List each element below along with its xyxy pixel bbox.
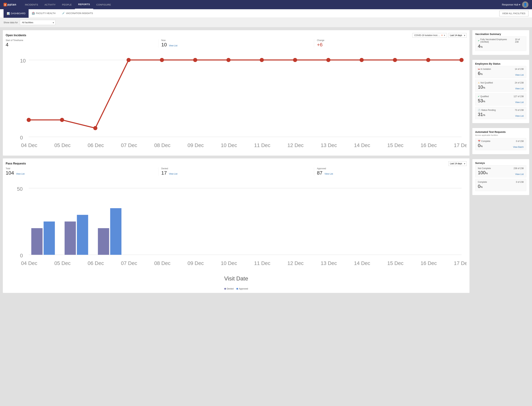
isolation-label: 🛏 In Isolation <box>478 68 491 70</box>
status-qualified: ✔ Qualified 127 of 238 53% View List <box>475 93 526 106</box>
fully-vaccinated-value: 4% <box>478 44 524 49</box>
total-view-list-link[interactable]: View List <box>16 173 25 175</box>
legend-denied-label: Denied <box>227 288 233 290</box>
pass-period-select-wrap: Last 14 days <box>448 161 467 166</box>
pass-requests-header: Pass Requests Last 14 days <box>6 161 467 166</box>
legend-approved: Approved <box>236 288 248 290</box>
view-batch-link[interactable]: View Batch <box>513 146 524 148</box>
line-dot-6 <box>226 58 230 62</box>
x-label-8: 12 Dec <box>287 142 303 148</box>
line-dot-7 <box>260 58 264 62</box>
nav-reports[interactable]: REPORTS <box>75 0 93 9</box>
incident-type-filter[interactable]: COVID-19 Isolation Incic ... ✕ ▾ <box>412 33 447 38</box>
stat-denied: Denied 17 View List <box>161 167 311 176</box>
survey-not-complete-view-list[interactable]: View List <box>515 173 524 175</box>
x-label-12: 16 Dec <box>420 142 437 148</box>
bar-y-0: 0 <box>20 253 23 258</box>
vaccination-summary-card: Vaccination Summary ✔ Fully Vaccinated E… <box>472 30 529 55</box>
y-label-10: 10 <box>20 58 26 64</box>
test-complete-metric: 📅 Complete 0 of 158 0% View Batch <box>475 138 526 150</box>
stat-divider-1 <box>158 39 158 48</box>
tab-facility-health[interactable]: 🏥 FACILITY HEALTH <box>29 9 59 18</box>
automated-test-subtitle: Across applicable facilities <box>475 134 526 136</box>
now-view-list-link[interactable]: View List <box>169 44 177 47</box>
status-not-qualified: ⚠ Not Qualified 24 of 238 10% View List <box>475 80 526 92</box>
open-incidents-title: Open Incidents <box>6 34 26 37</box>
sub-navigation: 📊 DASHBOARD 🏥 FACILITY HEALTH 💉 VACCINAT… <box>0 9 532 18</box>
open-incidents-period-select[interactable]: Last 14 days <box>448 33 467 38</box>
qualified-view-list[interactable]: View List <box>515 101 524 103</box>
x-label-13: 17 Dec <box>454 142 467 148</box>
left-panel: Open Incidents COVID-19 Isolation Incic … <box>3 30 469 406</box>
pass-requests-chart: 50 0 <box>6 178 467 290</box>
pass-requests-stats: Total 104 View List Denied 17 View List <box>6 167 467 176</box>
nav-incidents[interactable]: INCIDENTS <box>22 0 41 9</box>
pending-count: 73 of 238 <box>515 109 524 111</box>
open-incidents-stats: Start of Timeframe 4 Now 10 View List Ch… <box>6 39 467 48</box>
stat-total-value: 104 View List <box>6 170 155 176</box>
survey-not-complete: Not Complete 238 of 238 100% View List <box>475 165 526 177</box>
line-dot-12 <box>426 58 430 62</box>
nav-configure[interactable]: CONFIGURE <box>93 0 114 9</box>
visit-date-label: Visit Date <box>224 275 248 282</box>
bar-x-label-13: 17 Dec <box>454 260 467 266</box>
dashboard-icon: 📊 <box>7 12 10 15</box>
pass-requests-period-select[interactable]: Last 14 days <box>448 161 467 166</box>
logo-text: ppian <box>7 3 16 6</box>
fully-vaccinated-label: ✔ Fully Vaccinated Employees (Verified) <box>478 38 515 43</box>
bar-x-label-11: 15 Dec <box>387 260 403 266</box>
view-all-facilities-button[interactable]: VIEW ALL FACILITIES <box>499 11 528 16</box>
isolation-pct: 6% <box>478 71 483 76</box>
check-circle-icon: ✔ <box>478 39 480 42</box>
bed-icon: 🛏 <box>478 68 480 70</box>
bar-approved-1 <box>77 215 88 255</box>
stat-change-value: +6 <box>317 42 467 48</box>
bar-x-label-4: 08 Dec <box>154 260 171 266</box>
line-dot-10 <box>359 58 364 62</box>
right-panel: Vaccination Summary ✔ Fully Vaccinated E… <box>472 30 529 406</box>
not-qualified-view-list[interactable]: View List <box>515 87 524 90</box>
test-complete-count: 0 of 158 <box>516 140 524 142</box>
survey-complete-pct: 0% <box>478 184 524 189</box>
main-layout: Open Incidents COVID-19 Isolation Incic … <box>0 27 532 406</box>
pass-requests-card: Pass Requests Last 14 days Total 104 Vie… <box>3 159 469 293</box>
bar-x-label-9: 13 Dec <box>321 260 337 266</box>
pass-stat-divider-1 <box>158 167 158 176</box>
tab-dashboard[interactable]: 📊 DASHBOARD <box>4 9 29 18</box>
denied-view-list-link[interactable]: View List <box>169 173 177 175</box>
isolation-header: 🛏 In Isolation 14 of 238 <box>478 68 524 70</box>
open-incidents-filters: COVID-19 Isolation Incic ... ✕ ▾ Last 14… <box>412 33 467 38</box>
pending-header: 🕐 Status Pending 73 of 238 <box>478 109 524 111</box>
bar-chart-svg: 50 0 <box>6 178 467 286</box>
nav-activity[interactable]: ACTIVITY <box>41 0 59 9</box>
avatar[interactable]: 👤 <box>522 1 528 8</box>
line-dot-3 <box>127 58 131 62</box>
qualified-count: 127 of 238 <box>514 95 524 98</box>
survey-complete: Complete 0 of 238 0% <box>475 179 526 191</box>
bar-x-label-7: 11 Dec <box>254 260 270 266</box>
survey-complete-label: Complete <box>478 181 487 183</box>
employees-by-status-title: Employees By Status <box>475 62 526 65</box>
facility-icon: 🏥 <box>32 12 35 14</box>
nav-right: Response Hub ▾ 👤 <box>502 1 528 8</box>
x-label-9: 13 Dec <box>321 142 337 148</box>
facility-select[interactable]: All facilities <box>20 20 55 25</box>
line-dot-8 <box>293 58 297 62</box>
isolation-view-list[interactable]: View List <box>515 74 524 76</box>
tab-vaccination-insights[interactable]: 💉 VACCINATION INSIGHTS <box>59 9 96 18</box>
qualified-check-icon: ✔ <box>478 95 480 98</box>
line-dot-9 <box>326 58 331 62</box>
line-dot-4 <box>160 58 164 62</box>
pending-view-list[interactable]: View List <box>515 115 524 117</box>
x-label-7: 11 Dec <box>254 142 270 148</box>
bar-denied-0 <box>31 228 43 255</box>
nav-people[interactable]: PEOPLE <box>59 0 75 9</box>
app-logo[interactable]: a ppian <box>4 3 16 6</box>
qualified-label: ✔ Qualified <box>478 95 489 98</box>
filter-bar: Show data for All facilities <box>0 18 532 27</box>
hub-name[interactable]: Response Hub ▾ <box>502 3 520 6</box>
stat-now-value: 10 View List <box>161 42 311 48</box>
approved-view-list-link[interactable]: View List <box>325 173 333 175</box>
x-label-5: 09 Dec <box>187 142 204 148</box>
pass-stat-divider-2 <box>314 167 314 176</box>
